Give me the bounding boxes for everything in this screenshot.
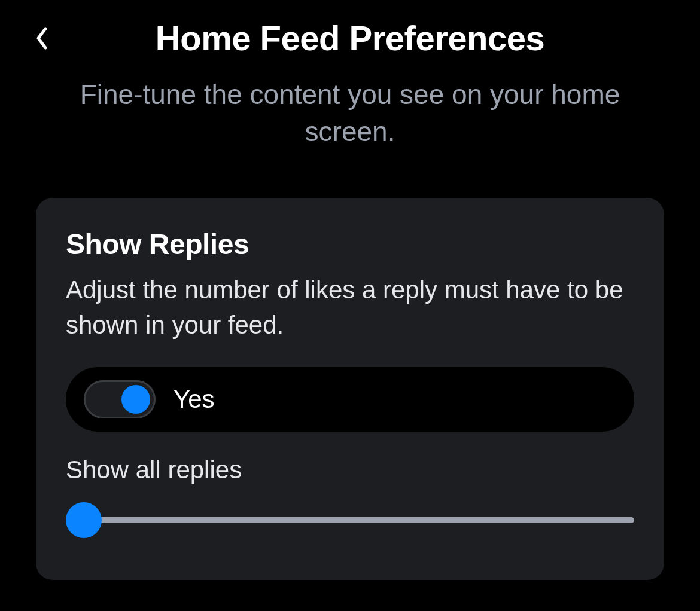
page-title: Home Feed Preferences bbox=[60, 18, 676, 58]
slider-track bbox=[66, 517, 634, 523]
toggle-label: Yes bbox=[174, 385, 215, 414]
page-subtitle: Fine-tune the content you see on your ho… bbox=[0, 64, 700, 150]
replies-threshold-slider[interactable] bbox=[66, 502, 634, 538]
slider-thumb[interactable] bbox=[66, 502, 102, 538]
slider-label: Show all replies bbox=[66, 456, 634, 484]
show-replies-toggle[interactable] bbox=[84, 380, 156, 418]
toggle-knob bbox=[121, 385, 150, 414]
section-description: Adjust the number of likes a reply must … bbox=[66, 273, 634, 343]
show-replies-toggle-row: Yes bbox=[66, 367, 634, 432]
section-title: Show Replies bbox=[66, 228, 634, 261]
back-button[interactable] bbox=[24, 20, 60, 56]
chevron-left-icon bbox=[35, 26, 49, 50]
show-replies-card: Show Replies Adjust the number of likes … bbox=[36, 198, 664, 580]
